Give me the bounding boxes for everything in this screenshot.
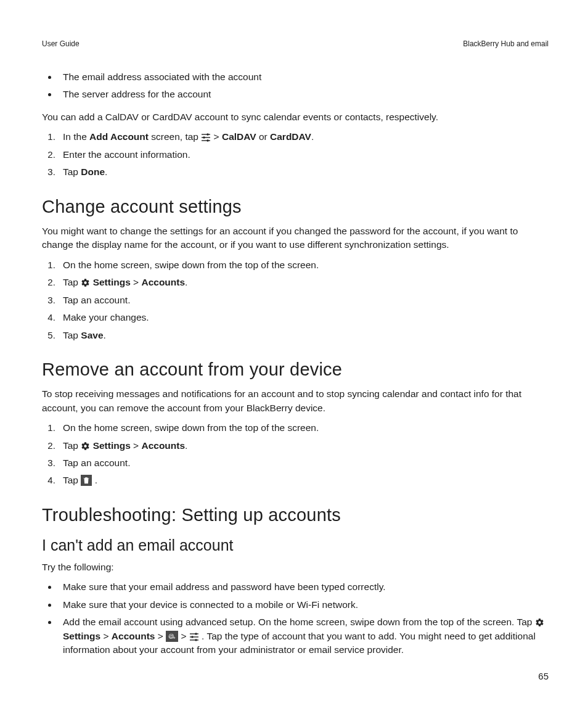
text: > xyxy=(214,131,222,142)
bold-text: CalDAV xyxy=(222,131,256,142)
list-item: Make your changes. xyxy=(58,311,549,324)
text: > xyxy=(155,631,166,641)
text: or xyxy=(256,131,270,142)
text: > xyxy=(131,440,142,451)
gear-icon xyxy=(535,618,544,627)
bold-text: Done xyxy=(81,166,105,177)
svg-point-3 xyxy=(207,134,209,136)
list-item: Tap an account. xyxy=(58,293,549,307)
bold-text: Accounts xyxy=(141,440,185,451)
header-left: User Guide xyxy=(42,39,80,48)
text: Add the email account using advanced set… xyxy=(63,617,535,627)
bold-text: Accounts xyxy=(141,277,185,287)
intro-paragraph: You can add a CalDAV or CardDAV account … xyxy=(42,110,549,124)
text: > xyxy=(181,631,189,641)
text: Tap xyxy=(63,440,81,451)
text: Tap xyxy=(63,475,81,485)
paragraph: You might want to change the settings fo… xyxy=(42,224,549,252)
paragraph: To stop receiving messages and notificat… xyxy=(42,387,549,415)
text: . xyxy=(105,166,107,177)
bold-text: Add Account xyxy=(89,131,149,142)
list-item: In the Add Account screen, tap > CalDAV … xyxy=(58,130,549,144)
svg-point-5 xyxy=(207,140,209,142)
page-number: 65 xyxy=(538,671,549,681)
paragraph: Try the following: xyxy=(42,560,549,574)
settings-sliders-icon xyxy=(201,133,211,142)
list-item: Make sure that your email address and pa… xyxy=(58,580,549,594)
text: In the xyxy=(63,131,89,142)
list-item: Tap Settings > Accounts. xyxy=(58,439,549,453)
list-item: Make sure that your device is connected … xyxy=(58,598,549,612)
add-account-steps: In the Add Account screen, tap > CalDAV … xyxy=(42,130,549,179)
bold-text: Settings xyxy=(63,631,100,641)
text: . xyxy=(185,440,187,451)
list-item: On the home screen, swipe down from the … xyxy=(58,421,549,435)
section-troubleshooting: Troubleshooting: Setting up accounts xyxy=(42,505,549,525)
bold-text: CardDAV xyxy=(270,131,311,142)
bold-text: Save xyxy=(81,330,103,340)
list-item: Add the email account using advanced set… xyxy=(58,615,549,657)
subsection-cant-add-email: I can't add an email account xyxy=(42,536,549,554)
text: > xyxy=(100,631,112,641)
gear-icon xyxy=(81,278,90,287)
text: Tap xyxy=(63,330,81,340)
list-item: Enter the account information. xyxy=(58,148,549,162)
add-account-at-icon: @+ xyxy=(166,631,178,642)
svg-point-4 xyxy=(203,137,205,139)
remove-account-steps: On the home screen, swipe down from the … xyxy=(42,421,549,488)
intro-bullets: The email address associated with the ac… xyxy=(42,70,549,102)
header-right: BlackBerry Hub and email xyxy=(463,39,549,48)
settings-sliders-icon xyxy=(189,632,199,641)
list-item: Tap an account. xyxy=(58,456,549,470)
bold-text: Accounts xyxy=(112,631,155,641)
trash-icon xyxy=(81,475,92,486)
list-item: On the home screen, swipe down from the … xyxy=(58,258,549,272)
page: User Guide BlackBerry Hub and email The … xyxy=(0,0,588,706)
bold-text: Settings xyxy=(93,277,131,287)
text: . xyxy=(95,475,97,485)
text: . xyxy=(311,131,314,142)
text: . xyxy=(104,330,106,340)
change-settings-steps: On the home screen, swipe down from the … xyxy=(42,258,549,342)
svg-point-12 xyxy=(191,636,193,638)
text: . xyxy=(185,277,187,287)
section-remove-account: Remove an account from your device xyxy=(42,359,549,380)
troubleshoot-bullets: Make sure that your email address and pa… xyxy=(42,580,549,657)
list-item: Tap Done. xyxy=(58,165,549,179)
text: Tap xyxy=(63,277,81,287)
text: > xyxy=(131,277,142,287)
svg-point-13 xyxy=(195,639,197,641)
list-item: The email address associated with the ac… xyxy=(58,70,549,84)
list-item: Tap Save. xyxy=(58,329,549,342)
text: Tap xyxy=(63,166,81,177)
list-item: Tap . xyxy=(58,474,549,487)
gear-icon xyxy=(81,441,90,451)
svg-point-11 xyxy=(195,633,197,634)
list-item: Tap Settings > Accounts. xyxy=(58,276,549,289)
svg-text:+: + xyxy=(173,635,176,641)
text: screen, tap xyxy=(149,131,201,142)
bold-text: Settings xyxy=(93,440,131,451)
list-item: The server address for the account xyxy=(58,88,549,101)
page-header: User Guide BlackBerry Hub and email xyxy=(42,39,549,48)
section-change-account-settings: Change account settings xyxy=(42,197,549,217)
